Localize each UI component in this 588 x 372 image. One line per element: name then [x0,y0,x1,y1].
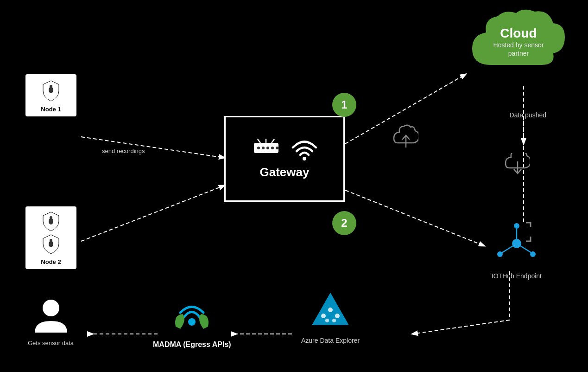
svg-point-34 [530,251,536,257]
cloud-container: Cloud Hosted by sensor partner [458,5,579,79]
svg-point-20 [257,147,260,149]
madma-container: MADMA (Egress APIs) [153,296,231,349]
svg-line-7 [412,320,510,334]
architecture-diagram: Cloud Hosted by sensor partner Node 1 [0,0,588,372]
svg-point-24 [276,147,278,149]
node2-box: Node 2 [25,206,76,269]
svg-point-14 [49,241,53,247]
svg-point-10 [49,87,53,93]
upload-cloud-icon [393,124,418,150]
cloud-shape: Cloud Hosted by sensor partner [463,5,574,79]
svg-point-40 [332,319,336,322]
step2-number: 2 [341,217,347,230]
svg-point-36 [321,314,326,318]
svg-point-12 [49,218,53,224]
send-recordings-label: send recordings [102,148,145,154]
sensor-icon-node2b [39,234,63,255]
svg-point-23 [271,147,274,149]
user-icon [32,298,70,335]
svg-point-25 [303,157,306,160]
azure-container: Azure Data Explorer [301,290,360,344]
svg-line-33 [520,246,531,253]
svg-point-13 [50,216,52,219]
data-pushed-label: Data pushed [510,111,546,119]
svg-line-31 [502,246,513,253]
sensor-icon-node2a [39,211,63,232]
iothub-container: IOTHub Endpoint [492,220,542,280]
svg-point-42 [43,300,59,316]
gateway-label: Gateway [260,165,310,180]
azure-icon [310,290,351,332]
svg-point-21 [262,147,265,149]
svg-point-22 [266,147,269,149]
svg-point-32 [497,251,503,257]
node1-box: Node 1 [25,74,76,116]
download-cloud-icon [505,153,530,179]
node2-label: Node 2 [29,258,73,265]
svg-point-37 [328,308,333,312]
svg-line-1 [81,186,224,241]
user-container: Gets sensor data [28,298,74,346]
node1-label: Node 1 [29,106,73,113]
wifi-icon [291,138,318,161]
step1-circle: 1 [332,93,356,117]
step1-number: 1 [341,98,347,111]
router-icon [251,138,281,161]
user-label: Gets sensor data [28,340,74,346]
svg-line-3 [345,190,484,246]
svg-point-28 [512,239,521,248]
svg-point-11 [50,85,52,88]
svg-point-30 [514,223,519,229]
svg-line-16 [258,139,260,143]
madma-icon [171,296,213,336]
svg-point-38 [335,314,340,318]
svg-point-39 [325,319,329,322]
iothub-icon [493,220,540,267]
gateway-box: Gateway [224,116,345,202]
svg-point-15 [50,239,52,242]
step2-circle: 2 [332,211,356,235]
madma-label: MADMA (Egress APIs) [153,340,231,349]
iothub-label: IOTHub Endpoint [492,272,542,280]
sensor-icon-node1 [39,79,63,102]
svg-line-18 [272,139,274,143]
azure-label: Azure Data Explorer [301,337,360,344]
svg-point-41 [188,318,196,326]
